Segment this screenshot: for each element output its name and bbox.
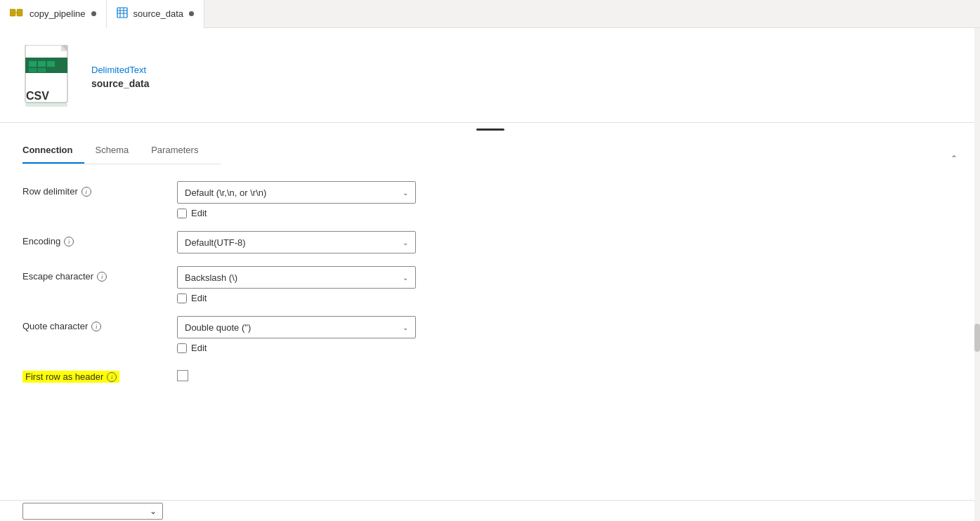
- properties-panel: Connection Schema Parameters ⌃ Row delim…: [0, 123, 980, 383]
- first-row-header-info-icon[interactable]: i: [107, 372, 117, 382]
- scrollbar-track: [974, 28, 980, 521]
- row-delimiter-value: Default (\r,\n, or \r\n): [185, 187, 266, 198]
- svg-rect-0: [10, 9, 15, 16]
- section-header: Connection Schema Parameters ⌃: [22, 128, 958, 178]
- encoding-control: Default(UTF-8) ⌄: [177, 231, 430, 253]
- escape-character-label: Escape character i: [22, 266, 177, 282]
- row-delimiter-edit-row: Edit: [177, 208, 430, 218]
- first-row-header-checkbox-row: [177, 370, 430, 381]
- quote-character-row: Quote character i Double quote (") ⌄ Edi…: [22, 316, 958, 353]
- row-delimiter-edit-label: Edit: [191, 208, 207, 218]
- row-delimiter-row: Row delimiter i Default (\r,\n, or \r\n)…: [22, 181, 958, 218]
- svg-text:CSV: CSV: [26, 90, 49, 102]
- row-delimiter-dropdown[interactable]: Default (\r,\n, or \r\n) ⌄: [177, 181, 416, 204]
- quote-character-info-icon[interactable]: i: [91, 322, 101, 331]
- row-delimiter-chevron-icon: ⌄: [403, 189, 408, 197]
- dataset-type-label: DelimitedText: [91, 65, 149, 75]
- quote-character-label: Quote character i: [22, 316, 177, 331]
- svg-rect-16: [38, 68, 46, 72]
- svg-rect-1: [17, 9, 22, 16]
- encoding-chevron-icon: ⌄: [403, 239, 408, 246]
- first-row-header-text: First row as header: [25, 371, 103, 382]
- csv-icon-wrapper: CSV: [22, 45, 79, 108]
- svg-rect-15: [29, 68, 37, 72]
- escape-character-edit-row: Edit: [177, 293, 430, 303]
- first-row-header-highlight: First row as header i: [22, 371, 119, 383]
- table-icon: [117, 7, 128, 20]
- tab-bar: copy_pipeline source_data: [0, 0, 980, 28]
- encoding-dropdown[interactable]: Default(UTF-8) ⌄: [177, 231, 416, 253]
- bottom-bar: ⌄: [0, 500, 980, 521]
- escape-character-info-icon[interactable]: i: [97, 272, 107, 282]
- encoding-label: Encoding i: [22, 231, 177, 246]
- quote-character-edit-row: Edit: [177, 343, 430, 353]
- row-delimiter-edit-checkbox[interactable]: [177, 209, 187, 218]
- quote-character-chevron-icon: ⌄: [403, 324, 408, 331]
- pipeline-icon: [10, 8, 24, 20]
- first-row-header-label: First row as header i: [22, 366, 177, 383]
- svg-rect-3: [117, 8, 127, 18]
- tab-parameters[interactable]: Parameters: [151, 139, 209, 164]
- tab-connection[interactable]: Connection: [22, 139, 84, 164]
- escape-character-edit-checkbox[interactable]: [177, 294, 187, 303]
- escape-character-dropdown[interactable]: Backslash (\) ⌄: [177, 266, 416, 289]
- tab-copy-pipeline-dot: [91, 11, 96, 16]
- escape-character-value: Backslash (\): [185, 272, 237, 283]
- svg-rect-18: [25, 103, 67, 107]
- quote-character-value: Double quote ("): [185, 322, 251, 333]
- first-row-header-row: First row as header i: [22, 366, 958, 383]
- panel-tabs: Connection Schema Parameters: [22, 139, 221, 164]
- minimize-handle: [476, 128, 504, 131]
- quote-character-control: Double quote (") ⌄ Edit: [177, 316, 430, 353]
- encoding-info-icon[interactable]: i: [64, 237, 74, 246]
- escape-character-edit-label: Edit: [191, 293, 207, 303]
- encoding-value: Default(UTF-8): [185, 237, 246, 248]
- svg-rect-12: [29, 61, 37, 67]
- row-delimiter-control: Default (\r,\n, or \r\n) ⌄ Edit: [177, 181, 430, 218]
- tab-source-data-dot: [189, 11, 194, 16]
- quote-character-edit-label: Edit: [191, 343, 207, 353]
- tab-copy-pipeline[interactable]: copy_pipeline: [0, 0, 107, 28]
- encoding-row: Encoding i Default(UTF-8) ⌄: [22, 231, 958, 253]
- quote-character-dropdown[interactable]: Double quote (") ⌄: [177, 316, 416, 338]
- dataset-name-label: source_data: [91, 78, 149, 89]
- first-row-header-control: [177, 366, 430, 381]
- row-delimiter-label: Row delimiter i: [22, 181, 177, 197]
- dataset-header: CSV DelimitedText source_data: [0, 28, 980, 123]
- dataset-info: CSV DelimitedText source_data: [22, 45, 958, 108]
- collapse-icon[interactable]: ⌃: [950, 154, 958, 164]
- bottom-dropdown[interactable]: ⌄: [22, 503, 163, 520]
- tab-copy-pipeline-label: copy_pipeline: [30, 8, 86, 19]
- svg-rect-13: [38, 61, 46, 67]
- tab-source-data-label: source_data: [133, 8, 184, 19]
- row-delimiter-info-icon[interactable]: i: [81, 187, 91, 197]
- bottom-dropdown-chevron-icon: ⌄: [150, 506, 157, 516]
- tab-source-data[interactable]: source_data: [107, 0, 205, 28]
- dataset-text: DelimitedText source_data: [91, 65, 149, 89]
- svg-rect-14: [47, 61, 55, 67]
- escape-character-control: Backslash (\) ⌄ Edit: [177, 266, 430, 303]
- csv-file-icon: CSV: [22, 45, 79, 108]
- escape-character-chevron-icon: ⌄: [403, 274, 408, 282]
- first-row-header-checkbox[interactable]: [177, 370, 188, 381]
- tab-schema[interactable]: Schema: [96, 139, 141, 164]
- main-content: CSV DelimitedText source_data Connection…: [0, 28, 980, 521]
- escape-character-row: Escape character i Backslash (\) ⌄ Edit: [22, 266, 958, 303]
- scrollbar-thumb[interactable]: [974, 324, 980, 352]
- quote-character-edit-checkbox[interactable]: [177, 343, 187, 353]
